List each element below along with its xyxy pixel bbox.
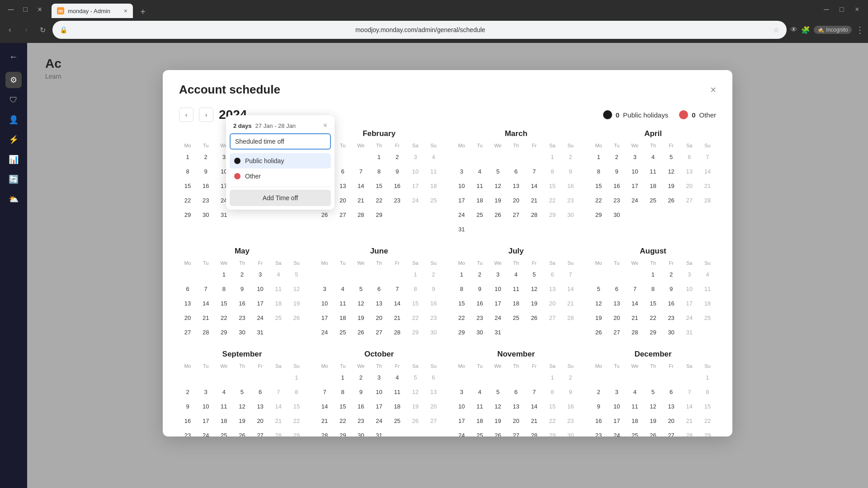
day-cell[interactable]: 5 [528, 268, 541, 281]
day-cell[interactable]: 13 [336, 179, 349, 192]
day-cell[interactable]: 9 [564, 385, 577, 398]
day-cell[interactable]: 25 [336, 326, 349, 338]
day-cell[interactable]: 1 [455, 268, 468, 281]
day-cell[interactable]: 27 [509, 208, 522, 221]
day-cell[interactable]: 7 [391, 282, 404, 295]
day-cell[interactable]: 2 [564, 150, 577, 163]
day-cell[interactable]: 3 [455, 165, 468, 178]
day-cell[interactable]: 24 [254, 311, 267, 324]
day-cell[interactable]: 4 [217, 385, 230, 398]
sidebar-icon-shield[interactable]: 🛡 [5, 92, 22, 108]
day-cell[interactable]: 15 [592, 179, 605, 192]
day-cell[interactable]: 7 [564, 268, 577, 281]
day-cell[interactable]: 4 [509, 268, 522, 281]
day-cell[interactable]: 22 [336, 414, 349, 427]
day-cell[interactable]: 11 [336, 297, 349, 310]
day-cell[interactable]: 29 [646, 326, 659, 338]
day-cell[interactable]: 22 [646, 311, 659, 324]
day-cell[interactable]: 1 [592, 150, 605, 163]
day-cell[interactable]: 26 [528, 311, 541, 324]
day-cell[interactable]: 29 [701, 429, 714, 436]
day-cell[interactable]: 6 [546, 268, 559, 281]
day-cell[interactable]: 25 [391, 414, 404, 427]
day-cell[interactable]: 24 [628, 194, 641, 206]
day-cell[interactable]: 1 [181, 150, 194, 163]
day-cell[interactable]: 9 [354, 385, 367, 398]
day-cell[interactable]: 20 [181, 311, 194, 324]
day-cell[interactable]: 1 [701, 371, 714, 384]
day-cell[interactable]: 25 [701, 311, 714, 324]
day-cell[interactable]: 12 [409, 385, 422, 398]
day-cell[interactable]: 6 [254, 385, 267, 398]
day-cell[interactable]: 21 [199, 311, 212, 324]
sidebar-icon-loop[interactable]: 🔄 [5, 171, 22, 188]
day-cell[interactable]: 8 [217, 282, 230, 295]
day-cell[interactable]: 30 [665, 326, 678, 338]
menu-icon[interactable]: ⋮ [855, 24, 864, 35]
day-cell[interactable]: 24 [491, 311, 504, 324]
day-cell[interactable]: 15 [546, 400, 559, 413]
day-cell[interactable]: 2 [610, 150, 623, 163]
day-cell[interactable]: 8 [290, 385, 303, 398]
day-cell[interactable]: 27 [336, 208, 349, 221]
day-cell[interactable]: 20 [610, 311, 623, 324]
day-cell[interactable]: 10 [254, 282, 267, 295]
day-cell[interactable]: 26 [318, 208, 331, 221]
day-cell[interactable]: 27 [546, 311, 559, 324]
day-cell[interactable]: 21 [272, 414, 285, 427]
day-cell[interactable]: 8 [592, 165, 605, 178]
day-cell[interactable]: 28 [272, 429, 285, 436]
day-cell[interactable]: 19 [409, 400, 422, 413]
day-cell[interactable]: 30 [564, 429, 577, 436]
day-cell[interactable]: 24 [455, 208, 468, 221]
day-cell[interactable]: 11 [646, 165, 659, 178]
day-cell[interactable]: 23 [391, 194, 404, 206]
day-cell[interactable]: 18 [272, 297, 285, 310]
day-cell[interactable]: 1 [290, 371, 303, 384]
day-cell[interactable]: 10 [683, 282, 696, 295]
day-cell[interactable]: 3 [254, 268, 267, 281]
day-cell[interactable]: 10 [455, 400, 468, 413]
day-cell[interactable]: 24 [373, 414, 385, 427]
day-cell[interactable]: 19 [354, 311, 367, 324]
day-cell[interactable]: 27 [509, 429, 522, 436]
day-cell[interactable]: 30 [564, 208, 577, 221]
day-cell[interactable]: 24 [318, 326, 331, 338]
day-cell[interactable]: 23 [665, 311, 678, 324]
day-cell[interactable]: 25 [427, 194, 440, 206]
day-cell[interactable]: 20 [509, 414, 522, 427]
day-cell[interactable]: 23 [181, 429, 194, 436]
day-cell[interactable]: 23 [236, 311, 248, 324]
day-cell[interactable]: 8 [455, 282, 468, 295]
day-cell[interactable]: 8 [181, 165, 194, 178]
day-cell[interactable]: 7 [528, 165, 541, 178]
day-cell[interactable]: 20 [427, 400, 440, 413]
day-cell[interactable]: 22 [373, 194, 385, 206]
day-cell[interactable]: 3 [455, 385, 468, 398]
sidebar-icon-settings[interactable]: ⚙ [5, 72, 22, 88]
day-cell[interactable]: 4 [272, 268, 285, 281]
day-cell[interactable]: 11 [509, 282, 522, 295]
day-cell[interactable]: 6 [336, 165, 349, 178]
day-cell[interactable]: 5 [236, 385, 248, 398]
day-cell[interactable]: 2 [181, 385, 194, 398]
day-cell[interactable]: 6 [665, 385, 678, 398]
day-cell[interactable]: 1 [546, 150, 559, 163]
day-cell[interactable]: 26 [592, 326, 605, 338]
day-cell[interactable]: 24 [455, 429, 468, 436]
day-cell[interactable]: 17 [683, 297, 696, 310]
day-cell[interactable]: 15 [646, 297, 659, 310]
day-cell[interactable]: 11 [701, 282, 714, 295]
day-cell[interactable]: 27 [665, 429, 678, 436]
day-cell[interactable]: 18 [701, 297, 714, 310]
popup-option-other[interactable]: Other [230, 169, 331, 184]
day-cell[interactable]: 16 [564, 179, 577, 192]
day-cell[interactable]: 29 [336, 429, 349, 436]
day-cell[interactable]: 22 [181, 194, 194, 206]
day-cell[interactable]: 19 [665, 179, 678, 192]
day-cell[interactable]: 9 [473, 282, 486, 295]
day-cell[interactable]: 13 [373, 297, 385, 310]
day-cell[interactable]: 14 [528, 179, 541, 192]
day-cell[interactable]: 18 [473, 414, 486, 427]
day-cell[interactable]: 9 [236, 282, 248, 295]
